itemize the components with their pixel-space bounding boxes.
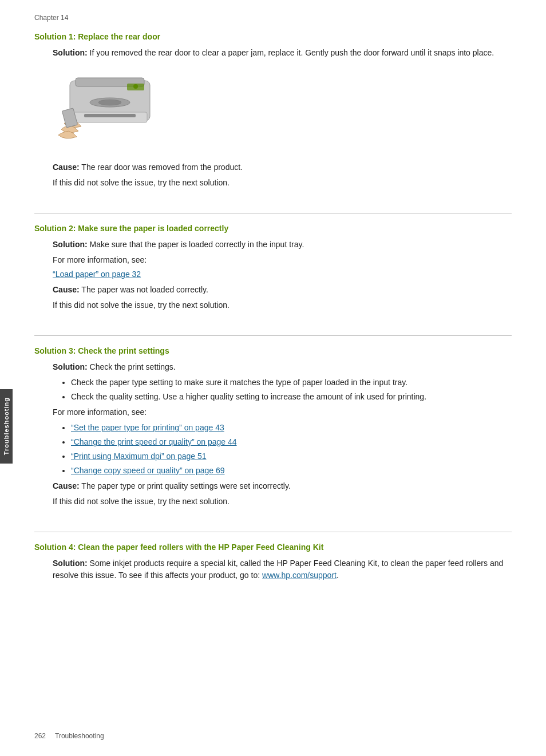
solution-1-image-container xyxy=(53,69,512,151)
link-copy-quality[interactable]: “Change copy speed or quality” on page 6… xyxy=(71,465,512,477)
link-max-dpi[interactable]: “Print using Maximum dpi” on page 51 xyxy=(71,450,512,462)
page: Troubleshooting Chapter 14 Solution 1: R… xyxy=(0,0,546,756)
solution-2-followup: If this did not solve the issue, try the… xyxy=(53,299,512,311)
solution-3-block: Solution 3: Check the print settings Sol… xyxy=(34,346,512,521)
solution-4-block: Solution 4: Clean the paper feed rollers… xyxy=(34,543,512,595)
footer: 262 Troubleshooting xyxy=(34,732,104,740)
solution-3-followup: If this did not solve the issue, try the… xyxy=(53,496,512,508)
solution-2-cause: Cause: The paper was not loaded correctl… xyxy=(53,284,512,296)
solution-3-cause: Cause: The paper type or print quality s… xyxy=(53,480,512,492)
solution-2-body: Make sure that the paper is loaded corre… xyxy=(90,240,304,249)
solution-4-text: Solution: Some inkjet products require a… xyxy=(53,557,512,581)
side-tab: Troubleshooting xyxy=(0,389,13,464)
load-paper-link[interactable]: “Load paper” on page 32 xyxy=(53,270,141,279)
solution-3-bullets: Check the paper type setting to make sur… xyxy=(71,377,512,403)
solution-2-cause-text: The paper was not loaded correctly. xyxy=(81,285,208,294)
chapter-label: Chapter 14 xyxy=(34,14,512,22)
solution-1-block: Solution 1: Replace the rear door Soluti… xyxy=(34,32,512,203)
solution-1-followup: If this did not solve the issue, try the… xyxy=(53,177,512,189)
link-change-print[interactable]: “Change the print speed or quality” on p… xyxy=(71,436,512,448)
footer-page-number: 262 xyxy=(34,732,46,740)
solution-1-body: If you removed the rear door to clear a … xyxy=(90,48,494,57)
svg-rect-3 xyxy=(84,114,136,117)
solution-1-cause-text: The rear door was removed from the produ… xyxy=(81,163,243,172)
solution-2-heading: Solution 2: Make sure the paper is loade… xyxy=(34,224,512,233)
solution-3-formore: For more information, see: xyxy=(53,406,512,418)
solution-4-suffix: . xyxy=(337,571,339,580)
divider-1 xyxy=(34,213,512,213)
solution-1-cause-label: Cause: xyxy=(53,163,80,172)
solution-3-heading: Solution 3: Check the print settings xyxy=(34,346,512,355)
solution-3-links: “Set the paper type for printing” on pag… xyxy=(71,422,512,477)
hp-support-link[interactable]: www.hp.com/support xyxy=(262,571,337,580)
svg-point-8 xyxy=(133,84,138,89)
solution-4-heading: Solution 4: Clean the paper feed rollers… xyxy=(34,543,512,552)
solution-4-label: Solution: xyxy=(53,559,88,568)
solution-2-text: Solution: Make sure that the paper is lo… xyxy=(53,239,512,251)
solution-3-cause-label: Cause: xyxy=(53,481,80,490)
solution-3-body: Check the print settings. xyxy=(90,362,176,371)
divider-2 xyxy=(34,335,512,336)
solution-2-cause-label: Cause: xyxy=(53,285,80,294)
solution-3-text: Solution: Check the print settings. xyxy=(53,361,512,373)
bullet-1: Check the paper type setting to make sur… xyxy=(71,377,512,389)
printer-image xyxy=(53,69,167,149)
divider-3 xyxy=(34,532,512,532)
svg-point-6 xyxy=(98,100,121,105)
footer-section: Troubleshooting xyxy=(55,732,104,740)
solution-1-label: Solution: xyxy=(53,48,88,57)
solution-3-cause-text: The paper type or print quality settings… xyxy=(81,481,290,490)
solution-2-link-1[interactable]: “Load paper” on page 32 xyxy=(53,268,512,280)
solution-2-block: Solution 2: Make sure the paper is loade… xyxy=(34,224,512,325)
solution-1-cause: Cause: The rear door was removed from th… xyxy=(53,161,512,173)
link-set-paper[interactable]: “Set the paper type for printing” on pag… xyxy=(71,422,512,434)
side-tab-label: Troubleshooting xyxy=(3,397,10,455)
solution-2-formore: For more information, see: xyxy=(53,254,512,266)
bullet-2: Check the quality setting. Use a higher … xyxy=(71,391,512,403)
solution-1-text: Solution: If you removed the rear door t… xyxy=(53,47,512,59)
solution-2-label: Solution: xyxy=(53,240,88,249)
solution-1-heading: Solution 1: Replace the rear door xyxy=(34,32,512,41)
solution-3-label: Solution: xyxy=(53,362,88,371)
